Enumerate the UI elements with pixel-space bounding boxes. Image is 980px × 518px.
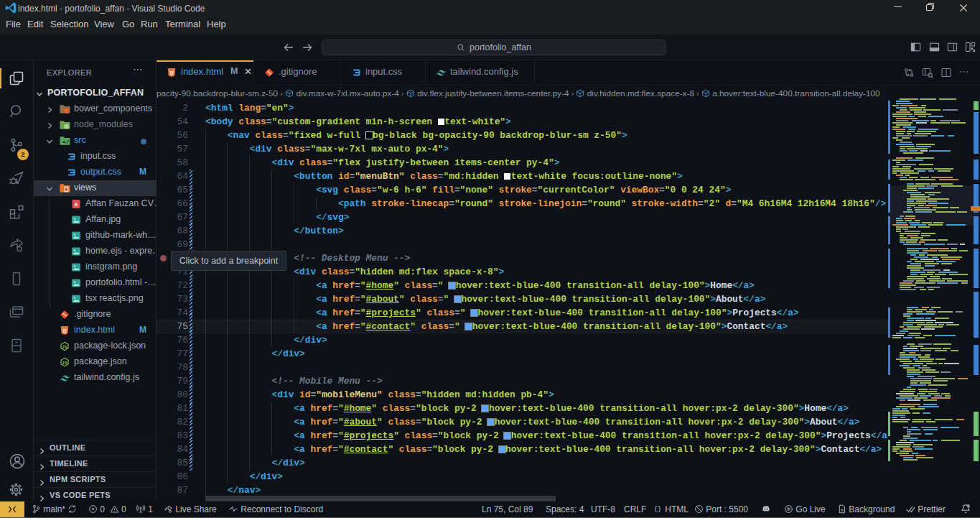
svg-text:JS: JS (62, 345, 67, 349)
svg-text:</>: </> (62, 139, 70, 145)
svg-text:JS: JS (62, 361, 67, 365)
svg-text:{}: {} (654, 506, 662, 513)
svg-text:A: A (74, 202, 78, 207)
